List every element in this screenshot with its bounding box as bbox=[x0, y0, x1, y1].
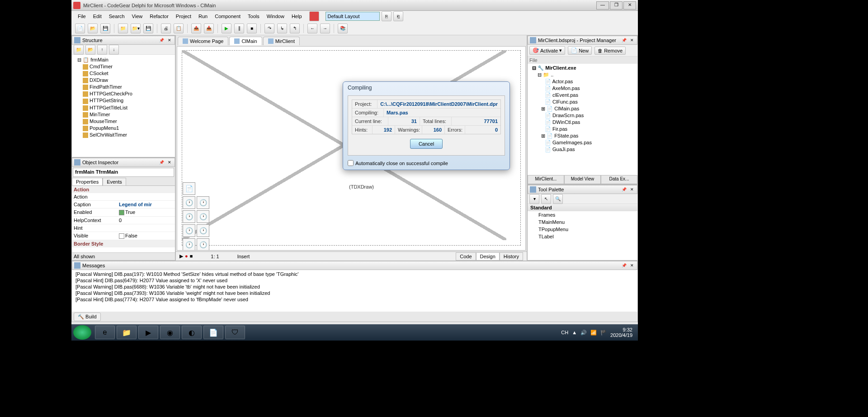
menu-window[interactable]: Window bbox=[264, 13, 287, 20]
file-item[interactable]: ⊟ 📁 .. bbox=[528, 71, 637, 78]
tree-item[interactable]: PopupMenu1 bbox=[74, 125, 173, 132]
object-combo[interactable]: frmMain TfrmMain bbox=[73, 168, 174, 177]
tab-code[interactable]: Code bbox=[456, 252, 476, 261]
cancel-button[interactable]: Cancel bbox=[410, 139, 443, 149]
prop-category[interactable]: Action bbox=[72, 186, 175, 193]
flag-icon[interactable]: 🏴 bbox=[600, 330, 607, 336]
explorer-icon[interactable]: 📁 bbox=[117, 326, 137, 339]
rec-play-icon[interactable]: ▶ bbox=[179, 253, 183, 259]
tab-properties[interactable]: Properties bbox=[72, 178, 103, 185]
timer-icon[interactable]: 🕐 bbox=[197, 196, 209, 209]
struct-btn1[interactable]: 📁 bbox=[74, 45, 84, 55]
pin-icon[interactable]: 📌 bbox=[158, 37, 165, 43]
tab-mirclient[interactable]: MirClient bbox=[263, 37, 300, 45]
pause-icon[interactable]: ‖ bbox=[234, 24, 244, 33]
open-icon[interactable]: 📂 bbox=[88, 24, 98, 33]
nav-fwd-icon[interactable]: → bbox=[320, 24, 330, 33]
timer-icon[interactable]: 🕐 bbox=[183, 238, 195, 251]
pm-tab-project[interactable]: MirClient... bbox=[528, 175, 564, 184]
messages-list[interactable]: [Pascal Warning] DIB.pas(197): W1010 Met… bbox=[72, 270, 637, 312]
tree-item[interactable]: CSocket bbox=[74, 70, 173, 77]
palette-item[interactable]: Frames bbox=[528, 211, 637, 218]
file-item[interactable]: 📄 DrawScrn.pas bbox=[528, 112, 637, 119]
maximize-button[interactable]: ❐ bbox=[610, 1, 623, 9]
close-icon[interactable]: ✕ bbox=[629, 262, 635, 269]
save-icon[interactable]: 💾 bbox=[100, 24, 110, 33]
minimize-button[interactable]: — bbox=[596, 1, 609, 9]
build-tab[interactable]: 🔨 Build bbox=[74, 313, 101, 321]
palette-category[interactable]: Standard bbox=[528, 204, 637, 211]
remove-button[interactable]: 🗑 Remove bbox=[594, 47, 626, 55]
message-item[interactable]: [Pascal Hint] DIB.pas(7774): H2077 Value… bbox=[75, 296, 634, 303]
layout-delete-icon[interactable]: ⎗ bbox=[393, 11, 403, 21]
tab-events[interactable]: Events bbox=[103, 178, 126, 185]
tab-design[interactable]: Design bbox=[476, 252, 500, 261]
file-item[interactable]: 📄 DWinCtl.pas bbox=[528, 119, 637, 126]
rec-stop-icon[interactable]: ■ bbox=[190, 253, 193, 259]
menu-file[interactable]: File bbox=[75, 13, 89, 20]
tab-welcome[interactable]: Welcome Page bbox=[178, 37, 228, 45]
menu-refactor[interactable]: Refactor bbox=[147, 13, 171, 20]
message-item[interactable]: [Pascal Warning] DIB.pas(6688): W1036 Va… bbox=[75, 284, 634, 290]
pin-icon[interactable]: 📌 bbox=[621, 262, 627, 269]
tree-item[interactable]: DXDraw bbox=[74, 77, 173, 84]
network-icon[interactable]: 📶 bbox=[590, 330, 597, 336]
stop-icon[interactable]: ■ bbox=[247, 24, 257, 33]
file-item[interactable]: 📄 GuaJi.pas bbox=[528, 146, 637, 153]
tree-item[interactable]: HTTPGetString bbox=[74, 97, 173, 104]
open-project-icon[interactable]: 📁 bbox=[118, 24, 128, 33]
tab-clmain[interactable]: ClMain bbox=[229, 37, 262, 45]
volume-icon[interactable]: 🔊 bbox=[580, 330, 587, 336]
notepad-icon[interactable]: 📄 bbox=[203, 326, 223, 339]
save-all-icon[interactable]: 💾 bbox=[143, 24, 153, 33]
close-icon[interactable]: ✕ bbox=[166, 37, 173, 43]
menu-view[interactable]: View bbox=[129, 13, 146, 20]
new-button[interactable]: 📄 New bbox=[568, 46, 592, 55]
tree-item[interactable]: MouseTimer bbox=[74, 118, 173, 125]
file-item[interactable]: ⊞ 📄 ClMain.pas bbox=[528, 105, 637, 112]
menu-component[interactable]: Component bbox=[212, 13, 243, 20]
print-icon[interactable]: 🖨 bbox=[161, 24, 171, 33]
new-items-icon[interactable]: 📄 bbox=[75, 24, 85, 33]
tree-item[interactable]: HTTPGetCheckPro bbox=[74, 90, 173, 97]
message-item[interactable]: [Pascal Warning] DIB.pas(197): W1010 Met… bbox=[75, 271, 634, 277]
timer-icon[interactable]: 🕐 bbox=[197, 238, 209, 251]
menu-help[interactable]: Help bbox=[289, 13, 305, 20]
project-tree[interactable]: ⊟ 🔧 MirClient.exe ⊟ 📁 .. 📄 Actor.pas 📄 A… bbox=[528, 64, 637, 175]
close-icon[interactable]: ✕ bbox=[629, 186, 635, 193]
menu-edit[interactable]: Edit bbox=[90, 13, 104, 20]
step-over-icon[interactable]: ↷ bbox=[264, 24, 274, 33]
struct-up-icon[interactable]: ↑ bbox=[97, 45, 107, 55]
tab-history[interactable]: History bbox=[500, 252, 523, 261]
timer-icon[interactable]: 🕐 bbox=[197, 210, 209, 223]
units-icon[interactable]: 📋 bbox=[174, 24, 184, 33]
rec-icon[interactable]: ● bbox=[185, 253, 188, 259]
palette-item[interactable]: TMainMenu bbox=[528, 218, 637, 226]
prop-category[interactable]: Border Style bbox=[72, 240, 175, 247]
file-item[interactable]: 📄 GameImages.pas bbox=[528, 139, 637, 146]
folder2-icon[interactable]: 📥 bbox=[204, 24, 214, 33]
pin-icon[interactable]: 📌 bbox=[621, 37, 627, 43]
structure-tree[interactable]: ⊟ 📋 frmMain CmdTimer CSocket DXDraw Find… bbox=[72, 55, 175, 157]
tree-item[interactable]: CmdTimer bbox=[74, 63, 173, 70]
step-out-icon[interactable]: ↰ bbox=[290, 24, 300, 33]
lang-indicator[interactable]: CH bbox=[561, 330, 568, 335]
property-grid[interactable]: Action Action CaptionLegend of mir Enabl… bbox=[72, 186, 175, 252]
add-file-icon[interactable]: 📁▾ bbox=[131, 24, 141, 33]
timer-icon[interactable]: 🕐 bbox=[183, 210, 195, 223]
palette-cat-icon[interactable]: ▾ bbox=[529, 194, 539, 204]
delphi-task-icon[interactable]: 🛡 bbox=[225, 326, 245, 339]
file-item[interactable]: ⊞ 📄 FState.pas bbox=[528, 133, 637, 139]
chrome-icon[interactable]: ◉ bbox=[160, 326, 180, 339]
tree-item[interactable]: MinTimer bbox=[74, 111, 173, 118]
timer-icon[interactable]: 🕐 bbox=[183, 196, 195, 209]
step-into-icon[interactable]: ↳ bbox=[277, 24, 287, 33]
exe-node[interactable]: ⊟ 🔧 MirClient.exe bbox=[528, 65, 637, 71]
close-button[interactable]: ✕ bbox=[623, 1, 636, 9]
struct-btn2[interactable]: 📂 bbox=[85, 45, 95, 55]
pm-tab-model[interactable]: Model View bbox=[564, 175, 601, 184]
media-icon[interactable]: ▶ bbox=[138, 326, 158, 339]
folder1-icon[interactable]: 📤 bbox=[191, 24, 201, 33]
tree-item[interactable]: FindPathTimer bbox=[74, 84, 173, 90]
layout-combo[interactable] bbox=[326, 12, 380, 21]
